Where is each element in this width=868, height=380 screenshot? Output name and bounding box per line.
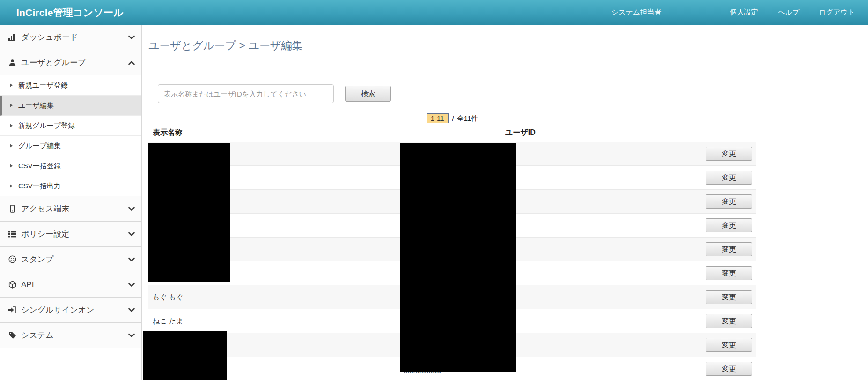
sidebar-item-label: シングルサインオン: [21, 305, 95, 315]
smiley-icon: [7, 255, 17, 263]
chevron-down-icon: [128, 257, 135, 262]
account-name: システム担当者: [611, 8, 661, 17]
pagination-separator: /: [452, 114, 454, 122]
chevron-down-icon: [128, 35, 135, 40]
breadcrumb: ユーザとグループ > ユーザ編集: [148, 38, 868, 53]
sidebar-item-label: ユーザ編集: [18, 101, 54, 110]
sidebar-item-label: 新規グループ登録: [18, 121, 75, 130]
redacted-region-names: [148, 143, 230, 282]
sidebar-item-label: ユーザとグループ: [21, 57, 86, 68]
change-button[interactable]: 変更: [706, 171, 752, 185]
caret-right-icon: [10, 144, 13, 148]
sidebar-item-8[interactable]: アクセス端末: [0, 196, 141, 222]
app-header: InCircle管理コンソール システム担当者 個人設定 ヘルプ ログアウト: [0, 0, 868, 25]
caret-right-icon: [10, 164, 13, 168]
change-button[interactable]: 変更: [706, 362, 752, 376]
sidebar-item-13[interactable]: システム: [0, 323, 141, 348]
sidebar-item-3[interactable]: ユーザ編集: [0, 96, 141, 116]
search-button[interactable]: 検索: [345, 86, 391, 102]
change-button[interactable]: 変更: [706, 218, 752, 232]
sidebar-item-label: API: [21, 280, 34, 290]
chevron-down-icon: [128, 207, 135, 211]
sidebar-item-label: ポリシー設定: [21, 229, 69, 239]
sidebar-item-6[interactable]: CSV一括登録: [0, 156, 141, 176]
change-button[interactable]: 変更: [706, 290, 752, 304]
change-button[interactable]: 変更: [706, 194, 752, 209]
divider: [142, 67, 868, 67]
search-row: 検索: [158, 84, 868, 103]
sidebar-item-label: CSV一括出力: [18, 182, 61, 191]
header-nav: システム担当者 個人設定 ヘルプ ログアウト: [611, 8, 855, 17]
change-button[interactable]: 変更: [706, 338, 752, 352]
sidebar-item-11[interactable]: API: [0, 272, 141, 298]
sidebar-item-label: アクセス端末: [21, 203, 70, 214]
caret-right-icon: [10, 124, 13, 127]
sidebar-item-1[interactable]: ユーザとグループ: [0, 50, 141, 75]
chevron-down-icon: [128, 283, 135, 287]
page-range-badge: 1-11: [427, 113, 449, 123]
mobile-icon: [7, 205, 17, 213]
sidebar-item-10[interactable]: スタンプ: [0, 247, 141, 272]
column-header-user-id: ユーザID: [505, 128, 536, 142]
table-header: 表示名称 ユーザID: [148, 126, 756, 142]
pagination: 1-11/全11件: [148, 113, 756, 123]
sidebar-item-label: CSV一括登録: [18, 162, 61, 171]
sidebar-item-label: ダッシュボード: [21, 32, 78, 43]
change-button[interactable]: 変更: [706, 242, 752, 256]
app-title: InCircle管理コンソール: [16, 6, 124, 19]
sidebar: ダッシュボードユーザとグループ新規ユーザ登録ユーザ編集新規グループ登録グループ編…: [0, 25, 142, 380]
help-link[interactable]: ヘルプ: [778, 8, 799, 17]
personal-settings-link[interactable]: 個人設定: [730, 8, 758, 17]
change-button[interactable]: 変更: [706, 266, 752, 280]
total-count: 全11件: [457, 114, 478, 122]
column-header-display-name: 表示名称: [153, 128, 505, 142]
chevron-down-icon: [128, 308, 135, 313]
sidebar-item-9[interactable]: ポリシー設定: [0, 222, 141, 247]
tag-icon: [7, 331, 17, 339]
sidebar-item-5[interactable]: グループ編集: [0, 136, 141, 156]
change-button[interactable]: 変更: [706, 147, 752, 161]
change-button[interactable]: 変更: [706, 314, 752, 328]
redacted-region-names-bottom: [143, 331, 227, 380]
chevron-up-icon: [128, 60, 135, 65]
sidebar-item-label: グループ編集: [18, 142, 61, 150]
caret-right-icon: [10, 83, 13, 87]
sidebar-item-label: スタンプ: [21, 254, 54, 265]
cube-icon: [7, 281, 17, 289]
caret-right-icon: [10, 104, 13, 107]
sidebar-item-0[interactable]: ダッシュボード: [0, 25, 141, 50]
caret-right-icon: [10, 184, 13, 188]
search-input[interactable]: [158, 84, 334, 103]
sidebar-item-4[interactable]: 新規グループ登録: [0, 116, 141, 136]
redacted-region-user-ids: [400, 143, 516, 372]
list-icon: [7, 230, 17, 238]
sidebar-item-12[interactable]: シングルサインオン: [0, 298, 141, 323]
bar-chart-icon: [7, 33, 17, 41]
sign-in-icon: [7, 306, 17, 314]
logout-link[interactable]: ログアウト: [819, 8, 855, 17]
chevron-down-icon: [128, 232, 135, 237]
sidebar-item-label: 新規ユーザ登録: [18, 81, 68, 90]
chevron-down-icon: [128, 333, 135, 338]
user-icon: [7, 59, 17, 67]
sidebar-item-7[interactable]: CSV一括出力: [0, 176, 141, 196]
sidebar-item-label: システム: [21, 330, 54, 341]
sidebar-item-2[interactable]: 新規ユーザ登録: [0, 75, 141, 96]
